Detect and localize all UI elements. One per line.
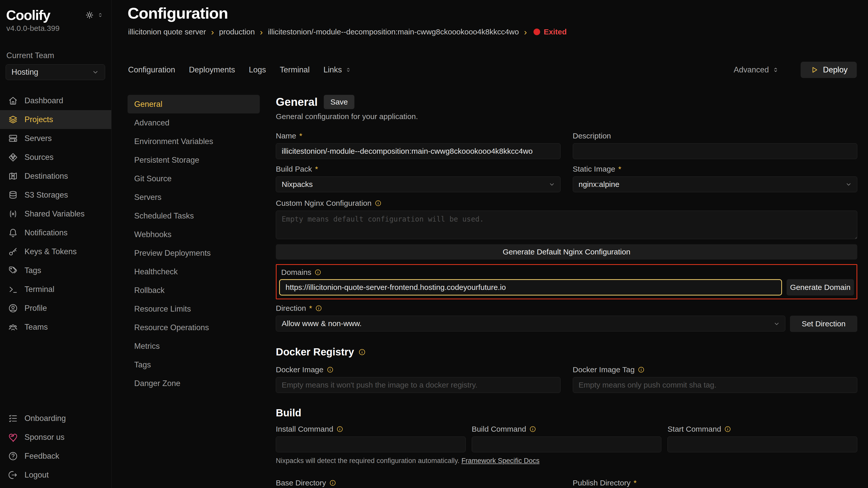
- status-label: Exited: [544, 28, 567, 36]
- database-icon: [8, 190, 18, 200]
- description-input[interactable]: [573, 143, 858, 159]
- deploy-button[interactable]: Deploy: [801, 62, 857, 78]
- subnav-metrics[interactable]: Metrics: [128, 337, 260, 355]
- sidebar-item-keys-tokens[interactable]: Keys & Tokens: [0, 242, 111, 261]
- info-icon[interactable]: [529, 426, 536, 433]
- docker-image-label: Docker Image: [276, 365, 323, 374]
- sidebar-item-notifications[interactable]: Notifications: [0, 223, 111, 242]
- info-icon[interactable]: [336, 426, 343, 433]
- app-version: v4.0.0-beta.399: [0, 24, 111, 33]
- subnav-danger-zone[interactable]: Danger Zone: [128, 374, 260, 393]
- updown-icon: [772, 66, 779, 73]
- direction-select[interactable]: Allow www & non-www.: [276, 316, 785, 332]
- app-logo: Coolify: [6, 7, 50, 23]
- page-title: Configuration: [128, 4, 228, 22]
- breadcrumb-environment[interactable]: production: [219, 28, 255, 36]
- breadcrumb-project[interactable]: illicitonion quote server: [128, 28, 206, 36]
- tab-terminal[interactable]: Terminal: [280, 65, 310, 74]
- subnav-healthcheck[interactable]: Healthcheck: [128, 262, 260, 281]
- breadcrumb: illicitonion quote server › production ›…: [128, 28, 567, 36]
- chevron-right-icon: ›: [211, 28, 214, 36]
- tab-logs[interactable]: Logs: [249, 65, 266, 74]
- info-icon[interactable]: [314, 269, 321, 276]
- framework-docs-link[interactable]: Framework Specific Docs: [461, 457, 539, 464]
- start-command-input[interactable]: [668, 436, 857, 452]
- sidebar-item-servers[interactable]: Servers: [0, 129, 111, 148]
- status-badge: Exited: [533, 28, 567, 36]
- build-command-input[interactable]: [472, 436, 661, 452]
- save-button[interactable]: Save: [324, 95, 354, 109]
- sidebar-item-logout[interactable]: Logout: [0, 465, 111, 484]
- sidebar-item-s3-storages[interactable]: S3 Storages: [0, 186, 111, 204]
- set-direction-button[interactable]: Set Direction: [790, 316, 857, 332]
- info-icon[interactable]: [375, 200, 382, 207]
- map-icon: [8, 171, 18, 181]
- build-pack-select[interactable]: Nixpacks: [276, 176, 561, 192]
- sidebar-item-profile[interactable]: Profile: [0, 299, 111, 318]
- subnav-advanced[interactable]: Advanced: [128, 113, 260, 132]
- generate-domain-button[interactable]: Generate Domain: [786, 279, 854, 295]
- sidebar-item-dashboard[interactable]: Dashboard: [0, 91, 111, 110]
- name-input[interactable]: [276, 143, 561, 159]
- sidebar-item-onboarding[interactable]: Onboarding: [0, 409, 111, 428]
- sidebar-item-destinations[interactable]: Destinations: [0, 167, 111, 186]
- sidebar-item-tags[interactable]: Tags: [0, 261, 111, 280]
- info-icon[interactable]: [327, 366, 334, 373]
- docker-image-tag-label: Docker Image Tag: [573, 365, 635, 374]
- subnav-persistent-storage[interactable]: Persistent Storage: [128, 151, 260, 169]
- teams-icon: [8, 322, 18, 332]
- subnav-servers[interactable]: Servers: [128, 188, 260, 206]
- sidebar-item-feedback[interactable]: Feedback: [0, 447, 111, 465]
- theme-updown-icon[interactable]: [97, 12, 103, 19]
- subnav-resource-limits[interactable]: Resource Limits: [128, 300, 260, 318]
- static-image-select[interactable]: nginx:alpine: [573, 176, 858, 192]
- sidebar-item-projects[interactable]: Projects: [0, 110, 111, 129]
- subnav-webhooks[interactable]: Webhooks: [128, 225, 260, 244]
- layers-icon: [8, 115, 18, 124]
- docker-image-tag-input[interactable]: [573, 377, 858, 393]
- info-icon[interactable]: [358, 348, 366, 356]
- key-icon: [8, 247, 18, 257]
- advanced-menu[interactable]: Advanced: [734, 65, 779, 74]
- subnav-git-source[interactable]: Git Source: [128, 169, 260, 188]
- config-subnav: General Advanced Environment Variables P…: [128, 95, 260, 393]
- sidebar-item-sponsor-us[interactable]: Sponsor us: [0, 428, 111, 447]
- required-marker: *: [315, 165, 318, 173]
- domains-input[interactable]: [279, 279, 782, 295]
- start-command-label: Start Command: [668, 425, 721, 433]
- general-subtitle: General configuration for your applicati…: [276, 112, 857, 121]
- subnav-rollback[interactable]: Rollback: [128, 281, 260, 300]
- home-icon: [8, 96, 18, 105]
- profile-icon: [8, 303, 18, 313]
- tab-configuration[interactable]: Configuration: [128, 65, 175, 74]
- updown-icon: [345, 67, 351, 73]
- custom-nginx-textarea[interactable]: [276, 210, 857, 239]
- subnav-scheduled-tasks[interactable]: Scheduled Tasks: [128, 206, 260, 225]
- sidebar-item-teams[interactable]: Teams: [0, 318, 111, 336]
- subnav-resource-operations[interactable]: Resource Operations: [128, 318, 260, 337]
- theme-sun-icon[interactable]: [85, 11, 94, 20]
- info-icon[interactable]: [315, 305, 322, 312]
- subnav-tags[interactable]: Tags: [128, 355, 260, 374]
- sidebar-item-shared-variables[interactable]: Shared Variables: [0, 204, 111, 223]
- info-icon[interactable]: [638, 366, 645, 373]
- tab-deployments[interactable]: Deployments: [189, 65, 235, 74]
- description-label: Description: [573, 132, 611, 140]
- info-icon[interactable]: [329, 479, 336, 486]
- required-marker: *: [633, 479, 637, 487]
- terminal-icon: [8, 285, 18, 294]
- team-select[interactable]: Hosting: [6, 64, 105, 80]
- docker-image-input[interactable]: [276, 377, 561, 393]
- sidebar-item-sources[interactable]: Sources: [0, 148, 111, 167]
- info-icon[interactable]: [724, 426, 731, 433]
- subnav-general[interactable]: General: [128, 95, 260, 113]
- tab-links[interactable]: Links: [323, 65, 351, 74]
- build-pack-label: Build Pack: [276, 165, 312, 173]
- subnav-preview-deployments[interactable]: Preview Deployments: [128, 244, 260, 262]
- custom-nginx-label: Custom Nginx Configuration: [276, 199, 371, 207]
- subnav-environment-variables[interactable]: Environment Variables: [128, 132, 260, 151]
- breadcrumb-application[interactable]: illicitestonion/-module--decomposition:m…: [268, 28, 519, 36]
- sidebar-item-terminal[interactable]: Terminal: [0, 280, 111, 299]
- install-command-input[interactable]: [276, 436, 466, 452]
- generate-nginx-button[interactable]: Generate Default Nginx Configuration: [276, 244, 857, 260]
